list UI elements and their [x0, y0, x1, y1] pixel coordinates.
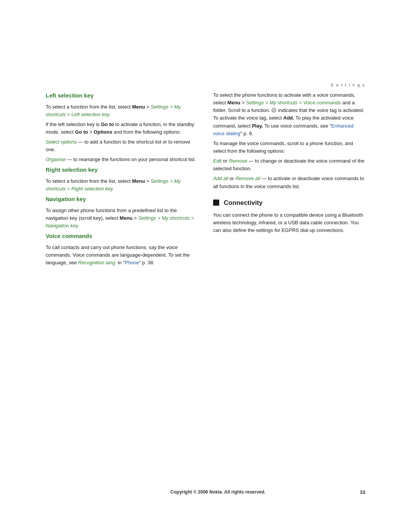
- go-to-bold2: Go to: [75, 129, 88, 135]
- phone-link: Phone: [125, 260, 139, 265]
- edit-italic: Edit: [213, 158, 221, 164]
- navigation-key-link: Navigation key.: [46, 223, 79, 228]
- settings-my-shortcuts-vc-link: Settings > My shortcuts > Voice commands: [246, 100, 341, 105]
- voice-commands-continued-section: To select the phone functions to activat…: [213, 91, 365, 137]
- left-selection-key-title: Left selection key: [46, 91, 198, 100]
- section-label: S e t t i n g s: [331, 83, 365, 87]
- settings-my-shortcuts-nav-link: Settings > My shortcuts >: [138, 215, 194, 221]
- left-column: Left selection key To select a function …: [46, 91, 198, 269]
- navigation-key-para1: To assign other phone functions from a p…: [46, 207, 198, 230]
- footer-page-number: 33: [360, 489, 365, 496]
- right-selection-key-section: Right selection key To select a function…: [46, 166, 198, 193]
- navigation-key-title: Navigation key: [46, 195, 198, 204]
- voice-commands-para1: To call contacts and carry out phone fun…: [46, 244, 198, 267]
- add-all-italic: Add all: [213, 176, 228, 181]
- connectivity-icon: [213, 200, 219, 206]
- add-bold: Add.: [283, 115, 294, 121]
- left-selection-key-para1: To select a function from the list, sele…: [46, 103, 198, 118]
- manage-voice-para1: To manage the voice commands, scroll to …: [213, 140, 365, 155]
- voice-commands-section: Voice commands To call contacts and carr…: [46, 232, 198, 267]
- menu-bold-vc: Menu: [228, 100, 241, 105]
- play-bold: Play.: [252, 123, 263, 129]
- connectivity-section: Connectivity You can connect the phone t…: [213, 198, 365, 235]
- settings-my-shortcuts-left-link: Settings > My shortcuts > Left selection…: [46, 104, 181, 117]
- go-to-bold: Go to: [101, 121, 114, 127]
- left-selection-key-para2: If the left selection key is Go to to ac…: [46, 121, 198, 136]
- edit-remove-item: Edit or Remove — to change or deactivate…: [213, 157, 365, 173]
- select-options-italic: Select options: [46, 139, 77, 145]
- right-selection-key-para1: To select a function from the list, sele…: [46, 177, 198, 193]
- connectivity-para1: You can connect the phone to a compatibl…: [213, 211, 365, 234]
- right-column: To select the phone functions to activat…: [213, 91, 365, 269]
- right-selection-key-title: Right selection key: [46, 166, 198, 174]
- organise-item: Organise — to rearrange the functions on…: [46, 156, 198, 163]
- remove-italic: Remove: [229, 158, 247, 164]
- voice-commands-title: Voice commands: [46, 232, 198, 241]
- organise-italic: Organise: [46, 157, 66, 162]
- add-all-remove-all-item: Add all or Remove all — to activate or d…: [213, 175, 365, 190]
- remove-all-italic: Remove all: [236, 176, 260, 181]
- manage-voice-section: To manage the voice commands, scroll to …: [213, 140, 365, 190]
- footer: Copyright © 2006 Nokia. All rights reser…: [46, 489, 365, 496]
- left-selection-key-section: Left selection key To select a function …: [46, 91, 198, 163]
- select-options-item: Select options — to add a function to th…: [46, 138, 198, 153]
- recognition-lang-link: Recognition lang.: [78, 260, 116, 265]
- navigation-key-section: Navigation key To assign other phone fun…: [46, 195, 198, 230]
- footer-copyright: Copyright © 2006 Nokia. All rights reser…: [76, 489, 360, 495]
- connectivity-heading: Connectivity: [224, 198, 263, 208]
- menu-bold-n: Menu: [119, 215, 132, 221]
- connectivity-title-row: Connectivity: [213, 198, 365, 208]
- settings-my-shortcuts-right-link: Settings > My shortcuts > Right selectio…: [46, 178, 181, 192]
- content-area: Left selection key To select a function …: [46, 91, 365, 269]
- menu-bold: Menu: [132, 104, 145, 110]
- section-header: S e t t i n g s: [331, 82, 365, 88]
- menu-bold-r: Menu: [132, 178, 145, 184]
- options-bold: Options: [94, 129, 112, 135]
- page: S e t t i n g s Left selection key To se…: [0, 0, 411, 532]
- voice-commands-continued-para1: To select the phone functions to activat…: [213, 91, 365, 137]
- enhanced-voice-dialing-link: Enhanced voice dialing: [213, 123, 354, 136]
